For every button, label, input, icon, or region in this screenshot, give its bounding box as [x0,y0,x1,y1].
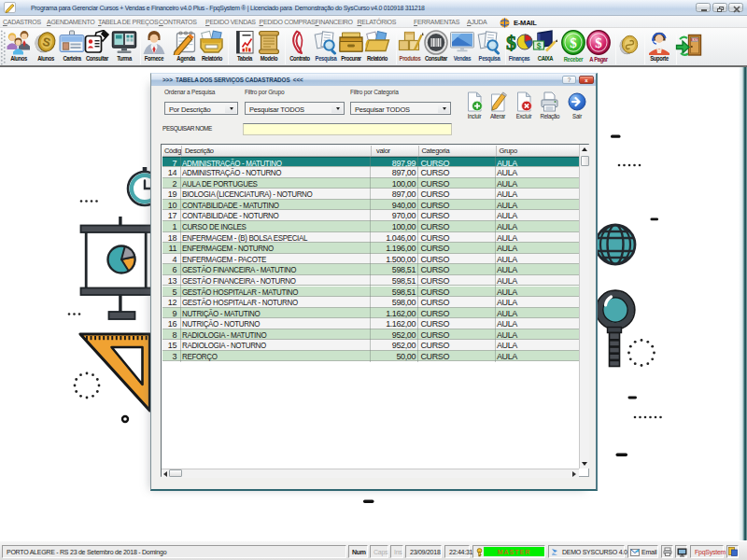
svg-text:EXIT: EXIT [691,38,699,42]
svg-text:$: $ [537,41,542,50]
svg-text:$: $ [570,35,577,50]
svg-text:$: $ [595,35,602,50]
svg-text:$: $ [506,31,516,54]
